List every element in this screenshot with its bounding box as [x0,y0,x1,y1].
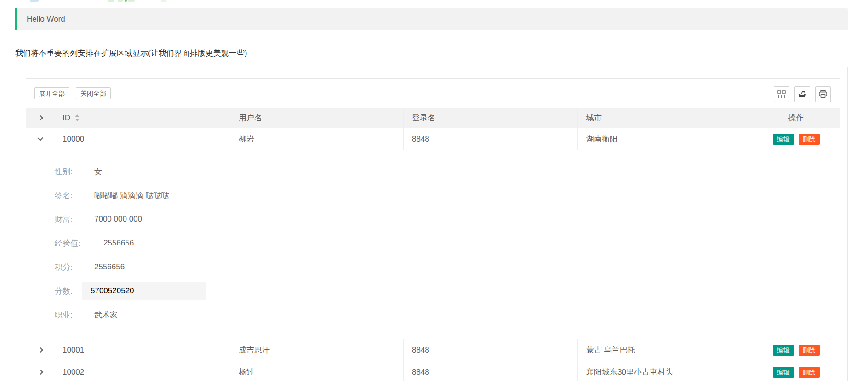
table-tools [774,86,831,102]
detail-row-experience: 经验值: 2556656 [55,231,840,255]
clipped-content-fragment [118,0,123,2]
table-row: 10001 成吉思汗 8848 蒙古 乌兰巴托 编辑 删除 [26,339,840,361]
sort-desc-icon [75,119,80,121]
score-input[interactable] [82,282,206,300]
row-expand-toggle[interactable] [26,339,54,361]
table-header-row: ID 用户名 登录名 城市 操作 [26,108,840,128]
print-icon[interactable] [815,86,831,102]
column-header-login: 登录名 [404,108,578,128]
detail-value: 7000 000 000 [94,215,142,224]
detail-value: 2556656 [94,262,125,272]
cell-operate: 编辑 删除 [752,361,840,381]
detail-label: 分数: [55,286,82,296]
delete-button[interactable]: 删除 [799,367,820,378]
chevron-right-icon [37,347,43,353]
detail-row-signature: 签名: 嘟嘟嘟 滴滴滴 哒哒哒 [55,183,840,207]
clipped-content-fragment [30,0,39,2]
cell-id: 10002 [54,361,230,381]
chevron-right-icon [37,369,43,375]
cell-city: 襄阳城东30里小古屯村头 [578,361,752,381]
cell-login: 8848 [404,361,578,381]
column-header-operate: 操作 [752,108,840,128]
expand-all-button[interactable]: 展开全部 [34,87,69,99]
table-toolbar: 展开全部 关闭全部 [26,79,840,108]
cell-login: 8848 [404,339,578,361]
cell-login: 8848 [404,128,578,150]
edit-button[interactable]: 编辑 [773,367,794,378]
detail-value: 嘟嘟嘟 滴滴滴 哒哒哒 [94,190,169,201]
collapse-all-button[interactable]: 关闭全部 [76,87,111,99]
cell-username: 柳岩 [230,128,404,150]
detail-row-occupation: 职业: 武术家 [55,303,840,327]
clipped-content-fragment [108,0,114,2]
column-header-id: ID [54,108,230,128]
demo-card: 展开全部 关闭全部 [19,67,848,381]
detail-value: 武术家 [94,310,118,320]
filter-columns-icon[interactable] [774,86,789,102]
clipped-content-fragment [161,0,166,2]
clipped-content-fragment [125,0,127,2]
column-header-username: 用户名 [230,108,404,128]
chevron-right-icon [37,115,43,121]
cell-username: 成吉思汗 [230,339,404,361]
sort-asc-icon [75,114,80,117]
table-row: 10000 柳岩 8848 湖南衡阳 编辑 删除 [26,128,840,150]
edit-button[interactable]: 编辑 [773,134,794,145]
table-view: 展开全部 关闭全部 [26,78,840,381]
row-expand-toggle[interactable] [26,128,54,150]
row-expanded-panel: 性别: 女 签名: 嘟嘟嘟 滴滴滴 哒哒哒 财富: 7000 000 000 经… [26,150,840,339]
detail-label: 积分: [55,262,94,273]
edit-button[interactable]: 编辑 [773,345,794,356]
detail-value: 女 [94,166,102,177]
detail-row-points: 积分: 2556656 [55,255,840,279]
cell-operate: 编辑 删除 [752,128,840,150]
detail-label: 经验值: [55,238,94,249]
expand-all-header-toggle[interactable] [26,108,54,128]
cell-id: 10000 [54,128,230,150]
page-description: 我们将不重要的列安排在扩展区域显示(让我们界面排版更美观一些) [15,48,848,59]
detail-label: 职业: [55,310,94,320]
cell-id: 10001 [54,339,230,361]
detail-label: 财富: [55,214,94,225]
row-expand-toggle[interactable] [26,361,54,381]
delete-button[interactable]: 删除 [799,345,820,356]
detail-label: 签名: [55,190,94,201]
cell-username: 杨过 [230,361,404,381]
detail-label: 性别: [55,166,94,177]
blockquote-text: Hello Word [27,15,65,24]
detail-row-gender: 性别: 女 [55,159,840,183]
table-row: 10002 杨过 8848 襄阳城东30里小古屯村头 编辑 删除 [26,361,840,381]
blockquote: Hello Word [15,8,848,30]
cell-operate: 编辑 删除 [752,339,840,361]
chevron-down-icon [37,135,43,141]
detail-row-wealth: 财富: 7000 000 000 [55,207,840,231]
column-header-city: 城市 [578,108,752,128]
cell-city: 蒙古 乌兰巴托 [578,339,752,361]
cell-city: 湖南衡阳 [578,128,752,150]
page-content: Hello Word 我们将不重要的列安排在扩展区域显示(让我们界面排版更美观一… [0,0,868,381]
clipped-content-fragment [128,0,135,2]
export-icon[interactable] [794,86,810,102]
detail-row-score: 分数: [55,279,840,303]
delete-button[interactable]: 删除 [799,134,820,145]
detail-value: 2556656 [103,239,134,248]
sort-icon[interactable] [75,114,80,121]
